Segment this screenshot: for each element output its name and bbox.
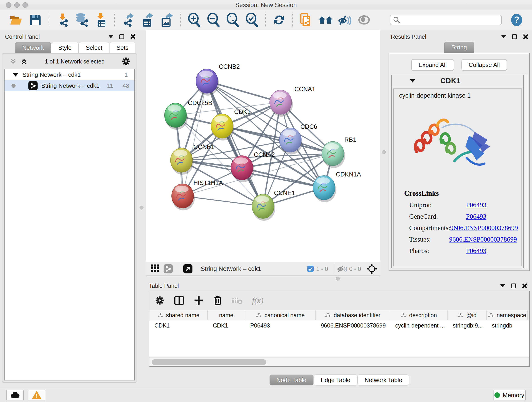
panel-close-icon[interactable] [523,34,528,39]
panel-menu-icon[interactable] [501,35,506,38]
expand-all-button[interactable]: Expand All [411,59,454,71]
column-selector-icon[interactable] [174,295,184,306]
table-cell[interactable]: P06493 [245,320,316,331]
tab-network[interactable]: Network [15,42,51,53]
network-node-ccna1[interactable]: CCNA1 [270,86,316,117]
network-collection-row[interactable]: String Network – cdk1 1 [5,69,134,80]
tab-style[interactable]: Style [51,42,79,53]
right-splitter-handle[interactable] [382,150,386,154]
crosslink-link[interactable]: P06493 [466,201,486,209]
scrollbar-thumb[interactable] [152,359,266,365]
string-view-icon[interactable] [164,264,173,274]
open-session-icon[interactable] [9,13,23,27]
import-network-from-database-icon[interactable] [75,13,89,27]
export-image-icon[interactable] [159,13,174,27]
column-header-shared-name[interactable]: shared name [149,310,208,320]
tab-string[interactable]: String [444,42,474,53]
help-icon[interactable]: ? [510,13,523,27]
left-splitter-handle[interactable] [139,206,143,210]
expand-all-icon[interactable] [20,57,28,65]
search-input[interactable] [402,17,499,23]
memory-button[interactable]: Memory [493,390,526,400]
panel-menu-icon[interactable] [108,35,114,38]
network-canvas[interactable]: CCNB2CCNA1CDC25BCDK1CDC6RB1CCNB1CCNA2CDK… [146,30,380,262]
panel-float-icon[interactable] [119,34,124,39]
zoom-out-icon[interactable] [206,13,221,27]
network-node-rb1[interactable]: RB1 [322,136,356,168]
tree-expand-icon[interactable] [13,73,18,77]
zoom-in-icon[interactable] [187,13,201,27]
results-scrollbar[interactable] [525,75,528,268]
grid-view-icon[interactable] [151,264,159,274]
column-header-canonical-name[interactable]: canonical name [245,310,316,320]
node-label: CDC25B [188,99,212,106]
table-row[interactable]: CDK1CDK1P064939606.ENSP00000378699cyclin… [149,320,529,331]
warning-status-button[interactable]: ! [28,390,45,400]
selected-checkbox-icon[interactable] [307,265,314,272]
tab-select[interactable]: Select [79,42,109,53]
network-row[interactable]: String Network – cdk1 11 48 [5,80,134,91]
column-header-description[interactable]: description [390,310,448,320]
refresh-icon[interactable] [272,13,286,27]
tab-node-table[interactable]: Node Table [269,375,314,385]
panel-float-icon[interactable] [511,283,516,288]
table-gear-icon[interactable] [155,296,165,305]
table-cell[interactable]: CDK1 [208,320,245,331]
save-session-icon[interactable] [28,13,43,27]
crosslink-link[interactable]: P06493 [466,213,486,220]
crosslink-link[interactable]: P06493 [466,247,486,255]
zoom-selected-icon[interactable] [244,13,259,27]
cloud-status-button[interactable] [6,390,24,400]
network-node-cdkn1a[interactable]: CDKN1A [313,171,361,202]
network-node-cdc6[interactable]: CDC6 [279,123,317,154]
table-cell[interactable]: stringdb:9... [448,320,487,331]
hide-selected-icon[interactable] [337,13,352,27]
network-node-ccne1[interactable]: CCNE1 [252,190,295,221]
table-cell[interactable]: stringdb [487,320,528,331]
panel-float-icon[interactable] [512,34,517,39]
network-edge[interactable] [183,81,207,196]
crosslink-link[interactable]: 9606.ENSP00000378699 [450,224,518,232]
column-header-@id[interactable]: @id [448,310,487,320]
gear-icon[interactable] [121,57,131,66]
column-header-name[interactable]: name [208,310,245,320]
home-panels-icon[interactable] [318,13,333,27]
status-bar: ! Memory [0,388,532,402]
network-node-hist1h1a[interactable]: HIST1H1A [172,179,223,211]
delete-table-icon[interactable] [232,296,242,305]
table-cell[interactable]: CDK1 [149,320,208,331]
detach-view-icon[interactable] [183,264,192,274]
hidden-eye-icon[interactable] [337,265,347,273]
birdseye-crosshair-icon[interactable] [367,264,377,274]
show-hidden-icon[interactable] [357,13,371,27]
network-graph[interactable]: CCNB2CCNA1CDC25BCDK1CDC6RB1CCNB1CCNA2CDK… [146,30,380,262]
column-header-namespace[interactable]: namespace [487,310,528,320]
panel-close-icon[interactable] [522,283,527,288]
table-cell[interactable]: 9606.ENSP00000378699 [316,320,390,331]
copy-style-icon[interactable] [299,13,314,27]
table-horizontal-scrollbar[interactable] [149,357,529,366]
column-header-database-identifier[interactable]: database identifier [316,310,390,320]
collapse-all-icon[interactable] [9,57,17,65]
node-table[interactable]: shared namenamecanonical namedatabase id… [149,310,529,357]
crosslink-link[interactable]: 9606.ENSP00000378699 [449,236,517,243]
network-edge[interactable] [207,81,263,206]
delete-column-icon[interactable] [213,295,222,306]
tab-network-table[interactable]: Network Table [357,375,409,385]
gene-card-header[interactable]: CDK1 [392,75,523,87]
import-table-icon[interactable] [94,13,108,27]
horizontal-splitter-handle[interactable] [336,277,340,281]
collapse-gene-icon[interactable] [410,79,415,83]
collapse-all-button[interactable]: Collapse All [462,59,507,71]
export-network-icon[interactable] [121,13,136,27]
panel-close-icon[interactable] [130,34,136,39]
toolbar-search-field[interactable] [390,15,502,25]
export-table-icon[interactable] [140,13,155,27]
tab-sets[interactable]: Sets [109,42,135,53]
add-column-icon[interactable] [194,296,203,305]
table-cell[interactable]: cyclin-dependent ... [390,320,448,331]
zoom-fit-icon[interactable] [225,13,240,27]
tab-edge-table[interactable]: Edge Table [314,375,358,385]
panel-menu-icon[interactable] [500,284,505,287]
import-network-icon[interactable] [55,13,70,27]
